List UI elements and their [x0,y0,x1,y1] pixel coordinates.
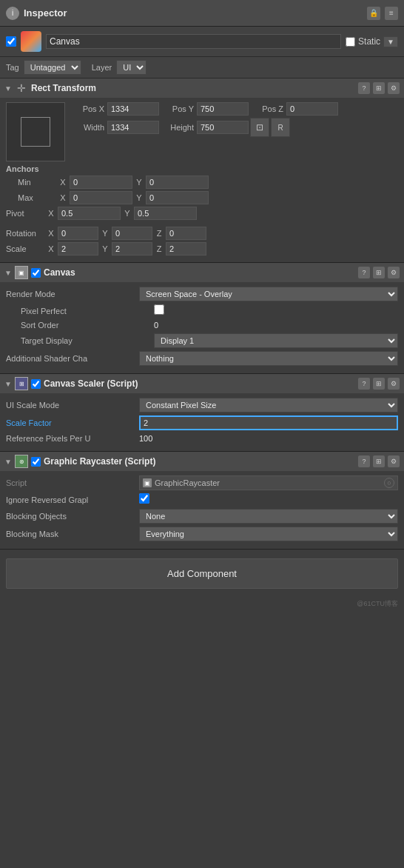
pivot-y-input[interactable] [134,207,197,220]
static-dropdown[interactable]: ▼ [383,36,398,47]
canvas-gear-icon[interactable]: ⚙ [388,267,400,278]
lock-icon[interactable]: 🔒 [367,7,380,20]
raycaster-layout-icon[interactable]: ⊞ [373,455,385,467]
rect-layout-icon[interactable]: ⊞ [373,82,385,94]
canvas-scaler-section: ▼ ⊞ Canvas Scaler (Script) ? ⊞ ⚙ UI Scal… [0,374,404,452]
scale-label: Scale [6,244,43,253]
script-icon: ▣ [143,478,152,487]
ignore-reversed-checkbox[interactable] [139,493,149,504]
additional-shader-value[interactable]: Nothing [139,351,398,366]
ui-scale-mode-row: UI Scale Mode Constant Pixel Size [6,398,398,413]
layer-select[interactable]: UI [116,60,147,75]
rect-resize-btn[interactable]: ⊡ [250,118,269,137]
raycaster-help-icon[interactable]: ? [358,455,370,467]
menu-icon[interactable]: ≡ [385,7,398,20]
target-display-value[interactable]: Display 1 [154,333,398,348]
canvas-scaler-icon: ⊞ [15,377,28,390]
ignore-reversed-label: Ignore Reversed Grapl [6,495,139,504]
blocking-mask-value[interactable]: Everything [139,527,398,541]
pixel-perfect-checkbox[interactable] [154,304,164,315]
rot-x-input[interactable] [58,227,98,240]
rect-transform-icon: ✛ [15,81,28,95]
pixel-perfect-value[interactable] [154,304,398,317]
graphic-raycaster-enabled-checkbox[interactable] [31,457,41,467]
rect-gear-icon[interactable]: ⚙ [388,82,400,94]
scale-factor-input[interactable] [139,415,398,430]
ui-scale-mode-label: UI Scale Mode [6,401,139,410]
ref-pixels-row: Reference Pixels Per U 100 [6,433,398,444]
inspector-icon: i [6,7,19,20]
graphic-raycaster-section: ▼ ⊛ Graphic Raycaster (Script) ? ⊞ ⚙ Scr… [0,452,404,550]
pos-x-input[interactable] [107,102,159,116]
scale-z-input[interactable] [166,242,206,256]
canvas-scaler-enabled-checkbox[interactable] [31,379,41,389]
anchors-min-x-input[interactable] [70,176,132,189]
blocking-objects-select[interactable]: None [139,509,398,524]
rotation-xyz: X Y Z [46,227,206,240]
scaler-gear-icon[interactable]: ⚙ [388,378,400,390]
width-label: Width [71,123,104,132]
ignore-reversed-value[interactable] [139,493,398,506]
ref-pixels-value: 100 [139,433,398,444]
add-component-button[interactable]: Add Component [6,558,398,589]
target-display-row: Target Display Display 1 [6,333,398,348]
pos-z-input[interactable] [286,102,338,116]
raycaster-gear-icon[interactable]: ⚙ [388,455,400,467]
canvas-scaler-header[interactable]: ▼ ⊞ Canvas Scaler (Script) ? ⊞ ⚙ [0,374,404,393]
height-input[interactable] [197,121,249,134]
ref-pixels-label: Reference Pixels Per U [6,434,139,443]
scale-y-label: Y [100,244,110,253]
width-input[interactable] [107,121,159,134]
blocking-objects-value[interactable]: None [139,509,398,524]
anchors-max-x-input[interactable] [70,191,132,204]
canvas-layout-icon[interactable]: ⊞ [373,267,385,278]
graphic-raycaster-caret: ▼ [4,458,12,466]
scale-x-input[interactable] [58,242,98,256]
pivot-label: Pivot [6,209,43,218]
r-btn[interactable]: R [271,118,290,137]
canvas-help-icon[interactable]: ? [358,267,370,278]
render-mode-select[interactable]: Screen Space - Overlay [139,287,398,301]
pos-y-input[interactable] [197,102,249,116]
canvas-enabled-checkbox[interactable] [31,268,41,278]
object-name-input[interactable] [46,34,341,49]
render-mode-row: Render Mode Screen Space - Overlay [6,287,398,301]
watermark: @61CTU博客 [0,598,404,610]
object-enabled-wrap[interactable] [6,36,16,47]
graphic-raycaster-title: Graphic Raycaster (Script) [44,456,355,467]
render-mode-value[interactable]: Screen Space - Overlay [139,287,398,301]
scale-factor-value[interactable] [139,415,398,430]
rect-transform-body: Pos X Pos Y Pos Z Width Height ⊡ R [0,98,404,262]
rect-help-icon[interactable]: ? [358,82,370,94]
rect-transform-header[interactable]: ▼ ✛ Rect Transform ? ⊞ ⚙ [0,79,404,98]
object-enabled-checkbox[interactable] [6,36,16,47]
script-circle-btn[interactable]: ○ [384,478,394,488]
pivot-xy: X Y [46,207,197,220]
scale-y-input[interactable] [112,242,152,256]
anchors-label: Anchors [6,164,39,173]
rot-z-input[interactable] [166,227,206,240]
anchors-max-y-input[interactable] [146,191,209,204]
pixel-perfect-row: Pixel Perfect [6,304,398,317]
tag-select[interactable]: Untagged [24,60,81,75]
scale-x-label: X [46,244,56,253]
graphic-raycaster-icon: ⊛ [15,455,28,468]
additional-shader-select[interactable]: Nothing [139,351,398,366]
ui-scale-mode-select[interactable]: Constant Pixel Size [139,398,398,413]
header-icons: 🔒 ≡ [367,7,398,20]
sort-order-value: 0 [154,320,398,330]
canvas-scaler-title: Canvas Scaler (Script) [44,378,355,389]
pivot-x-input[interactable] [58,207,121,220]
anchors-min-y-input[interactable] [146,176,209,189]
rot-y-input[interactable] [112,227,152,240]
blocking-mask-select[interactable]: Everything [139,527,398,541]
graphic-raycaster-header[interactable]: ▼ ⊛ Graphic Raycaster (Script) ? ⊞ ⚙ [0,452,404,471]
target-display-select[interactable]: Display 1 [154,333,398,348]
ui-scale-mode-value[interactable]: Constant Pixel Size [139,398,398,413]
canvas-header[interactable]: ▼ ▣ Canvas ? ⊞ ⚙ [0,263,404,282]
scaler-layout-icon[interactable]: ⊞ [373,378,385,390]
static-checkbox[interactable] [346,37,355,47]
scaler-help-icon[interactable]: ? [358,378,370,390]
sort-order-text: 0 [154,321,158,330]
scale-row: Scale X Y Z [6,242,398,256]
